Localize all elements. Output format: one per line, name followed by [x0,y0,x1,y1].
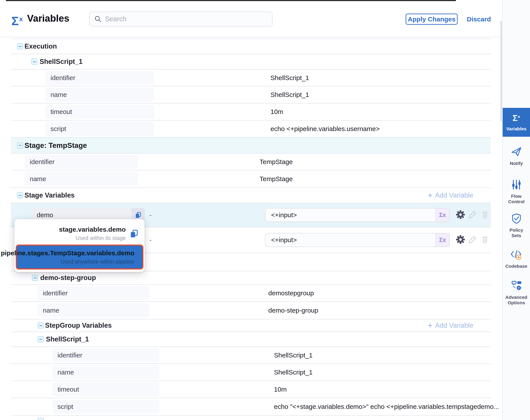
delete-trash-icon[interactable] [481,235,489,245]
gear-icon[interactable] [456,210,466,221]
field-label-chip: identifier [52,348,159,362]
apply-changes-button[interactable]: Apply Changes [406,14,458,25]
input-value: <+input> [265,211,435,219]
vertical-scrollbar[interactable] [501,21,502,121]
add-variable-label: Add Variable [435,322,473,330]
variable-type-dash: - [149,211,151,219]
edit-pencil-icon[interactable] [468,210,477,220]
field-row: identifier ShellScript_1 [11,70,491,86]
field-row: script echo "<+stage.variables.demo>" ec… [11,398,491,416]
rail-tab-label: Advanced Options [504,294,529,305]
field-label-chip: identifier [38,286,149,300]
search-input[interactable] [105,15,267,23]
variable-type-dash: - [149,236,151,244]
collapse-icon[interactable] [38,322,44,329]
field-label-chip: timeout [52,382,159,396]
right-rail: Σ× Variables Notify Flow Control Policy … [502,0,530,420]
edit-pencil-icon[interactable] [468,235,477,245]
page-title: Variables [27,13,69,24]
tree-row-stage-tempstage[interactable]: Stage: TempStage [11,138,491,153]
field-row: identifier ShellScript_1 [11,347,491,364]
variable-value-input[interactable]: <+input> Σx [265,208,450,222]
field-label-chip: identifier [45,71,154,85]
collapse-icon[interactable] [17,142,23,149]
collapse-icon[interactable] [32,275,38,281]
field-value: demo-step-group [268,307,318,314]
rail-tab-notify[interactable]: Notify [503,146,530,166]
add-variable-button[interactable]: + Add Variable [428,191,473,199]
search-box[interactable] [89,12,272,27]
plus-icon: + [428,191,432,199]
rail-tab-variables[interactable]: Σ× Variables [503,108,530,137]
panel-header: Σx Variables Apply Changes Discard [0,1,502,37]
variable-scope-text: Used within its stage [76,235,126,241]
tree-row-stepgroup-variables[interactable]: StepGroup Variables + Add Variable [11,319,491,332]
field-row: name demo-step-group [11,302,491,319]
field-row: name ShellScript_1 [11,364,491,381]
field-value: echo <+pipeline.variables.username> [270,125,380,133]
delete-trash-icon[interactable] [481,210,489,220]
variable-path-text: stage.variables.demo [59,226,126,233]
field-label-chip: name [45,88,154,102]
section-label: Execution [25,43,57,50]
rail-tab-codebase[interactable]: Codebase [503,249,530,269]
tree-row-demo-step-group[interactable]: demo-step-group [11,271,491,285]
shield-check-icon [511,213,522,224]
collapse-icon[interactable] [31,59,37,65]
field-value: 10m [274,386,287,393]
section-label: ShellScript_1 [46,335,89,343]
field-row: identifier demostepgroup [11,285,491,302]
tree-row-execution[interactable]: Execution [11,39,491,54]
field-label-chip: timeout [45,105,154,119]
rail-tab-advanced-options[interactable]: Advanced Options [503,280,530,305]
field-value: 10m [270,108,283,116]
field-label-chip: name [25,172,138,186]
rail-tab-label: Variables [504,126,529,132]
field-label-chip: script [52,400,159,414]
field-row: timeout 10m [11,104,491,120]
rail-tab-flow-control[interactable]: Flow Control [503,179,530,204]
field-value: ShellScript_1 [274,352,313,359]
collapse-icon[interactable] [38,336,44,342]
discard-button[interactable]: Discard [467,15,491,23]
section-label: Stage Variables [25,191,74,199]
popup-option-stage-scope[interactable]: stage.variables.demo Used within its sta… [15,224,145,244]
field-value: echo "<+stage.variables.demo>" echo <+pi… [274,403,499,410]
tree-row-stage-variables[interactable]: Stage Variables + Add Variable [11,188,491,203]
gear-icon[interactable] [456,235,466,245]
collapse-icon[interactable] [38,418,44,420]
collapse-icon[interactable] [17,192,23,198]
field-label-chip: name [52,365,159,379]
tree-row-group-shellscript1[interactable]: ShellScript_1 [11,332,491,347]
expression-badge[interactable]: Σx [435,233,449,247]
code-warning-icon [510,249,523,260]
field-row: identifier TempStage [11,153,491,170]
field-value: demostepgroup [268,289,314,297]
copy-icon[interactable] [129,229,139,239]
field-label-chip: name [38,303,149,317]
variable-scope-text: Used anywhere within pipeline [60,258,134,265]
flow-gear-icon [510,280,523,291]
field-value: ShellScript_1 [270,91,309,98]
field-row: script echo <+pipeline.variables.usernam… [11,120,491,138]
tree-row-shellscript1[interactable]: ShellScript_1 [11,54,491,70]
tree-row-partial[interactable] [11,416,491,420]
field-label-chip: script [45,122,154,136]
input-value: <+input> [265,236,435,244]
popup-option-pipeline-scope-selected[interactable]: pipeline.stages.TempStage.variables.demo… [16,245,143,270]
rail-tab-policy-sets[interactable]: Policy Sets [503,213,530,238]
sliders-icon [511,179,522,190]
add-variable-button[interactable]: + Add Variable [428,322,473,330]
field-value: TempStage [260,175,293,183]
field-value: ShellScript_1 [270,74,309,82]
variable-path-popup: stage.variables.demo Used within its sta… [15,219,145,272]
expression-badge[interactable]: Σx [435,209,449,222]
rail-tab-label: Flow Control [504,193,529,204]
field-value: TempStage [260,158,293,165]
collapse-icon[interactable] [17,43,23,49]
section-label: demo-step-group [40,274,96,282]
variables-sigma-icon: Σx [11,12,25,26]
variable-value-input[interactable]: <+input> Σx [265,233,450,247]
paper-plane-icon [511,146,522,157]
search-icon [94,15,102,23]
